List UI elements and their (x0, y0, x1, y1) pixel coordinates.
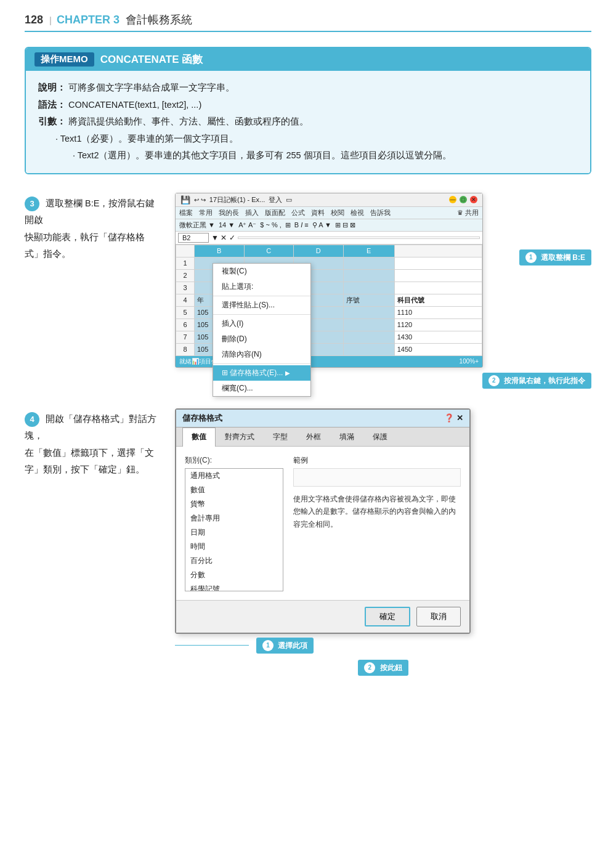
cat-currency[interactable]: 貨幣 (185, 497, 283, 511)
dialog-titlebar: 儲存格格式 ❓ ✕ (176, 410, 469, 428)
dialog-title: 儲存格格式 (182, 413, 222, 424)
excel-title: 17日記帳(1) - Ex... (209, 195, 265, 205)
cat-number[interactable]: 數值 (185, 483, 283, 497)
dialog-right: 範例 使用文字格式會使得儲存格內容被視為文字，即使您輸入的是數字。儲存格顯示的內… (293, 455, 461, 591)
memo-text2: · Text2（選用）。要串連的其他文字項目，最多可有 255 個項目。這些項目… (55, 147, 578, 164)
page-header: 128 | CHAPTER 3 會計帳務系統 (25, 12, 591, 32)
dialog-callout2: 2 按此鈕 (175, 660, 591, 676)
close-icon[interactable]: ✕ (470, 196, 477, 203)
col-header-e[interactable]: E (343, 245, 394, 257)
ok-button[interactable]: 確定 (365, 607, 410, 626)
tab-border[interactable]: 外框 (297, 428, 330, 446)
excel-login: 登入 (269, 195, 282, 205)
cat-time[interactable]: 時間 (185, 540, 283, 554)
ribbon-formula[interactable]: 公式 (291, 208, 305, 217)
dialog-body: 類別(C): 通用格式 數值 貨幣 會計專用 日期 時間 百分比 分數 科學記號… (176, 447, 469, 600)
ribbon-share[interactable]: ♛ 共用 (457, 208, 479, 217)
cancel-button[interactable]: 取消 (416, 607, 461, 626)
excel-file-icon: 💾 (180, 195, 190, 205)
memo-header: 操作MEMO CONCATENATE 函數 (26, 48, 590, 71)
dialog-footer: 確定 取消 (176, 600, 469, 633)
step3-text: 3 選取整欄 B:E，按滑鼠右鍵開啟 快顯功能表，執行「儲存格格 式」指令。 (25, 193, 160, 263)
chapter-title: 會計帳務系統 (126, 12, 192, 27)
cat-accounting[interactable]: 會計專用 (185, 511, 283, 525)
tab-align[interactable]: 對齊方式 (216, 428, 264, 446)
callout1: 1 選取整欄 B:E (519, 249, 591, 265)
formula-input[interactable] (238, 237, 480, 239)
step4-circle: 4 (25, 412, 39, 427)
sample-label: 範例 (293, 455, 461, 466)
minimize-icon[interactable]: — (449, 196, 456, 203)
header-separator: | (49, 15, 52, 25)
ribbon-layout[interactable]: 版面配 (265, 208, 285, 217)
memo-args: 引數： 將資訊提供給動作、事件、方法、屬性、函數或程序的值。 (38, 113, 578, 131)
description-text: 使用文字格式會使得儲存格內容被視為文字，即使您輸入的是數字。儲存格顯示的內容會與… (293, 493, 461, 530)
step4-section: 4 開啟「儲存格格式」對話方塊， 在「數值」標籤項下，選擇「文 字」類別，按下「… (25, 408, 591, 676)
excel-sheet: B C D E 1 (176, 245, 482, 356)
excel-screen-icon: ▭ (286, 196, 292, 204)
cat-date[interactable]: 日期 (185, 525, 283, 540)
memo-text1: · Text1（必要）。要串連的第一個文字項目。 (55, 131, 578, 148)
category-label: 類別(C): (185, 455, 283, 466)
ribbon-data[interactable]: 資料 (311, 208, 325, 217)
status-ready: 就緒 (179, 357, 192, 366)
excel-titlebar: 💾 ↩ ↪ 17日記帳(1) - Ex... 登入 ▭ — □ ✕ (176, 193, 482, 207)
ribbon-home[interactable]: 常用 (199, 208, 213, 217)
step3-section: 3 選取整欄 B:E，按滑鼠右鍵開啟 快顯功能表，執行「儲存格格 式」指令。 💾… (25, 193, 591, 389)
cat-fraction[interactable]: 分數 (185, 568, 283, 582)
restore-icon[interactable]: □ (460, 196, 467, 203)
step4-text: 4 開啟「儲存格格式」對話方塊， 在「數值」標籤項下，選擇「文 字」類別，按下「… (25, 408, 160, 479)
ribbon-view[interactable]: 檢視 (351, 208, 364, 217)
cat-general[interactable]: 通用格式 (185, 469, 283, 483)
status-zoom: 100% (460, 358, 476, 365)
tab-fill[interactable]: 填滿 (330, 428, 363, 446)
context-paste-special[interactable]: 選擇性貼上(S)... (213, 298, 310, 313)
step3-image-area: 💾 ↩ ↪ 17日記帳(1) - Ex... 登入 ▭ — □ ✕ 檔案 常用 … (175, 193, 591, 389)
ribbon-tell[interactable]: 告訴我 (370, 208, 391, 217)
cell-ref[interactable]: B2 (178, 233, 209, 243)
ribbon-file[interactable]: 檔案 (179, 208, 193, 217)
excel-ribbon: 檔案 常用 我的長 插入 版面配 公式 資料 校閱 檢視 告訴我 ♛ 共用 (176, 207, 482, 219)
ribbon-insert[interactable]: 插入 (245, 208, 259, 217)
dialog-help-icon[interactable]: ❓ (444, 413, 454, 423)
memo-header-title: CONCATENATE 函數 (100, 52, 203, 67)
formula-bar: B2 ▼ ✕ ✓ (176, 232, 482, 245)
tab-font[interactable]: 字型 (264, 428, 297, 446)
context-menu: 複製(C) 貼上選項: 選擇性貼上(S)... 插入(I) 刪除(D) 清除內容… (213, 263, 311, 397)
format-bar: 微軟正黑 ▼ 14 ▼ A⁺ A⁻ $ ~ % , ⊞ B I ≡ ⚲ A ▼ … (176, 219, 482, 232)
context-format-cells[interactable]: ⊞ 儲存格格式(E)... ▶ (213, 365, 310, 381)
dialog-close-icon[interactable]: ✕ (456, 413, 463, 423)
step4-image-area: 儲存格格式 ❓ ✕ 數值 對齊方式 字型 外框 填滿 保護 類別(C): (175, 408, 591, 676)
category-list[interactable]: 通用格式 數值 貨幣 會計專用 日期 時間 百分比 分數 科學記號 文字 特殊 … (185, 468, 283, 591)
sample-box (293, 468, 461, 487)
chapter-label: CHAPTER 3 (57, 14, 120, 26)
memo-syntax: 語法： CONCATENATE(text1, [text2], ...) (38, 97, 578, 114)
col-header-f (394, 245, 482, 257)
memo-box: 操作MEMO CONCATENATE 函數 說明： 可將多個文字字串結合成單一文… (25, 47, 591, 174)
dialog-tabs: 數值 對齊方式 字型 外框 填滿 保護 (176, 428, 469, 447)
col-header-b[interactable]: B (195, 245, 245, 257)
page-number: 128 (25, 14, 43, 26)
memo-description: 說明： 可將多個文字字串結合成單一文字字串。 (38, 79, 578, 97)
ribbon-review[interactable]: 校閱 (331, 208, 344, 217)
ribbon-mine[interactable]: 我的長 (219, 208, 239, 217)
dialog-window: 儲存格格式 ❓ ✕ 數值 對齊方式 字型 外框 填滿 保護 類別(C): (175, 408, 471, 634)
status-icon: 📊 (192, 358, 199, 365)
memo-tag: 操作MEMO (34, 52, 94, 67)
context-insert[interactable]: 插入(I) (213, 316, 310, 331)
context-copy[interactable]: 複製(C) (213, 264, 310, 279)
tab-value[interactable]: 數值 (182, 428, 216, 447)
tab-protect[interactable]: 保護 (363, 428, 397, 446)
dialog-callout1: 1 選擇此項 (175, 638, 591, 654)
col-header-c[interactable]: C (244, 245, 294, 257)
cat-scientific[interactable]: 科學記號 (185, 582, 283, 591)
context-col-width[interactable]: 欄寬(C)... (213, 381, 310, 396)
cat-percent[interactable]: 百分比 (185, 554, 283, 568)
context-clear[interactable]: 清除內容(N) (213, 347, 310, 362)
excel-window: 💾 ↩ ↪ 17日記帳(1) - Ex... 登入 ▭ — □ ✕ 檔案 常用 … (175, 193, 483, 368)
step3-circle: 3 (25, 197, 39, 211)
context-paste-options[interactable]: 貼上選項: (213, 279, 310, 294)
col-header-d[interactable]: D (294, 245, 344, 257)
context-delete[interactable]: 刪除(D) (213, 331, 310, 347)
dialog-left: 類別(C): 通用格式 數值 貨幣 會計專用 日期 時間 百分比 分數 科學記號… (185, 455, 283, 591)
